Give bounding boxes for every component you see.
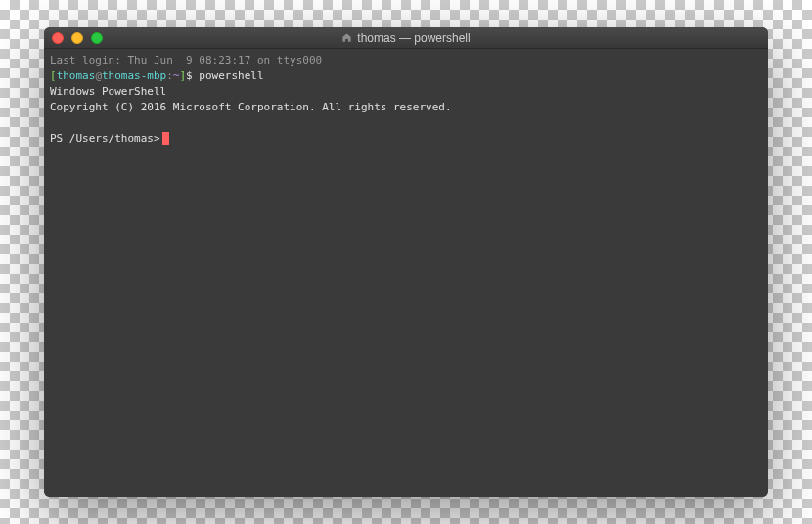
maximize-button[interactable] [91,32,103,44]
window-title-wrap: thomas — powershell [44,31,768,45]
minimize-button[interactable] [71,32,83,44]
traffic-lights [44,32,103,44]
home-icon [341,32,352,43]
titlebar[interactable]: thomas — powershell [44,27,768,49]
cursor [162,132,169,145]
ps-prompt: PS /Users/thomas> [50,132,160,145]
terminal-window: thomas — powershell Last login: Thu Jun … [44,27,768,497]
typed-command: powershell [199,69,263,82]
prompt-bracket: [ [50,69,57,82]
close-button[interactable] [52,32,64,44]
prompt-symbol: $ [186,69,199,82]
prompt-user: thomas [57,69,96,82]
ps-header-line1: Windows PowerShell [50,85,166,98]
window-title: thomas — powershell [357,31,470,45]
terminal-body[interactable]: Last login: Thu Jun 9 08:23:17 on ttys00… [44,49,768,497]
prompt-colon: : [166,69,173,82]
ps-header-line2: Copyright (C) 2016 Microsoft Corporation… [50,101,452,113]
prompt-host: thomas-mbp [102,69,166,82]
prompt-at: @ [95,69,102,82]
last-login-line: Last login: Thu Jun 9 08:23:17 on ttys00… [50,54,322,66]
